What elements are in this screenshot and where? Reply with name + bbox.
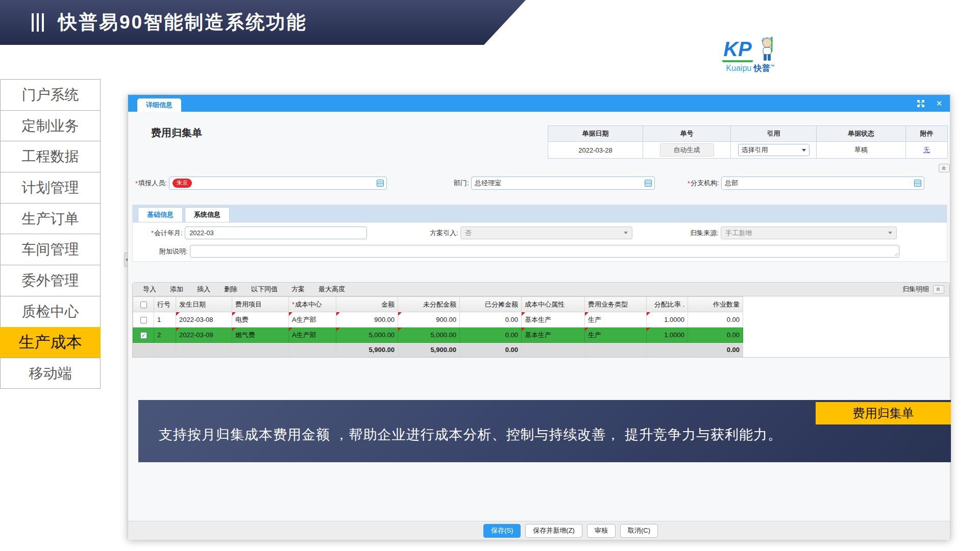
grid-panel-label: 归集明细 <box>902 285 929 294</box>
tab-detail-info[interactable]: 详细信息 <box>137 98 181 112</box>
branch-browse-icon[interactable] <box>914 180 921 187</box>
panel-tabstrip: 基础信息 系统信息 <box>133 205 947 222</box>
base-info-panel: 基础信息 系统信息 * 会计年月: 2022-03 方案引入: 否 归集来源: … <box>132 205 947 262</box>
plan-field-group: 方案引入: 否 <box>430 227 632 239</box>
period-field-group: * 会计年月: 2022-03 <box>151 227 367 239</box>
col-expense-item[interactable]: 费用项目 <box>232 297 289 312</box>
document-title: 费用归集单 <box>151 126 202 140</box>
department-label: 部门: <box>454 179 469 188</box>
tab-system-info[interactable]: 系统信息 <box>185 207 230 222</box>
sidebar-item-planning[interactable]: 计划管理 <box>0 172 101 203</box>
total-allocated: 0.00 <box>460 343 522 357</box>
note-label: 附加说明: <box>159 247 188 256</box>
toolbar-insert[interactable]: 插入 <box>197 285 210 294</box>
select-all-checkbox[interactable] <box>140 302 147 308</box>
toolbar-same-below[interactable]: 以下同值 <box>251 285 278 294</box>
document-status: 草稿 <box>817 142 906 159</box>
info-col-number: 单号 <box>643 126 731 142</box>
detail-grid-panel: 导入 添加 插入 删除 以下同值 方案 最大高度 归集明细 <box>132 282 950 358</box>
info-col-attachment: 附件 <box>906 126 948 142</box>
reporter-label: 填报人员: <box>138 179 167 188</box>
attachment-link[interactable]: 无 <box>923 146 930 154</box>
caption-badge: 费用归集单 <box>816 402 951 424</box>
cancel-button[interactable]: 取消(C) <box>620 524 658 538</box>
sidebar-menu: 门户系统 定制业务 工程数据 计划管理 生产订单 车间管理 委外管理 质检中心 … <box>0 79 101 389</box>
select-all-cell <box>133 297 154 312</box>
col-ratio[interactable]: 分配比率 . <box>647 297 688 312</box>
col-center-attr[interactable]: 成本中心属性 <box>522 297 585 312</box>
reporter-name-tag: 朱京 <box>173 179 192 187</box>
slide: 快普易90智能制造系统功能 KP Kuaipu 快普™ 门户系统 定制业务 工程… <box>0 0 980 551</box>
sidebar-item-workshop[interactable]: 车间管理 <box>0 234 101 265</box>
plan-select[interactable]: 否 <box>460 227 632 239</box>
reporter-input[interactable]: 朱京 <box>169 177 387 190</box>
caption-banner: 费用归集单 支持按月归集成本费用金额 ，帮助企业进行成本分析、控制与持续改善， … <box>138 400 951 462</box>
total-qty: 0.00 <box>688 343 743 357</box>
source-field-group: 归集来源: 手工新增 <box>690 227 897 239</box>
sidebar-item-mobile[interactable]: 移动端 <box>0 358 101 389</box>
row1-checkbox[interactable] <box>140 317 147 323</box>
mascot-icon <box>756 36 778 62</box>
kuaipu-logo: KP Kuaipu 快普™ <box>709 36 791 74</box>
sidebar-item-portal[interactable]: 门户系统 <box>0 79 101 110</box>
toolbar-import[interactable]: 导入 <box>143 285 156 294</box>
slide-header: 快普易90智能制造系统功能 <box>0 0 526 45</box>
col-cost-center[interactable]: *成本中心 <box>289 297 336 312</box>
col-row-no[interactable]: 行号 <box>154 297 176 312</box>
reporter-browse-icon[interactable] <box>377 180 384 187</box>
department-input[interactable]: 总经理室 <box>471 177 655 190</box>
grid-row-2-selected[interactable]: 2 2022-03-09 燃气费 A生产部 5,000.00 5,000.00 … <box>133 328 743 343</box>
col-allocated[interactable]: 已分摊金额 <box>460 297 522 312</box>
col-biz-type[interactable]: 费用业务类型 <box>585 297 647 312</box>
sidebar-item-engineering[interactable]: 工程数据 <box>0 141 101 172</box>
toolbar-add[interactable]: 添加 <box>170 285 183 294</box>
save-button[interactable]: 保存(S) <box>483 524 521 538</box>
department-browse-icon[interactable] <box>645 180 652 187</box>
toolbar-delete[interactable]: 删除 <box>224 285 237 294</box>
dialog-button-bar: 保存(S) 保存并新增(Z) 审核 取消(C) <box>128 521 950 540</box>
col-unallocated[interactable]: 未分配金额 <box>398 297 460 312</box>
logo-monogram: KP <box>722 39 753 62</box>
reporter-field-group: * 填报人员: 朱京 <box>135 177 387 190</box>
reference-cell: 选择引用 <box>731 142 817 159</box>
source-select[interactable]: 手工新增 <box>721 227 897 239</box>
total-unallocated: 5,900.00 <box>398 343 460 357</box>
plan-label: 方案引入: <box>430 229 458 238</box>
info-col-reference: 引用 <box>731 126 817 142</box>
period-input[interactable]: 2022-03 <box>185 227 367 239</box>
document-date[interactable]: 2022-03-28 <box>548 142 643 159</box>
document-number: 自动生成 <box>643 142 731 159</box>
col-amount[interactable]: 金额 <box>336 297 398 312</box>
dialog-titlebar: 详细信息 <box>128 95 950 112</box>
header-collapse-button[interactable] <box>939 164 950 172</box>
sidebar-item-outsourcing[interactable]: 委外管理 <box>0 265 101 296</box>
total-amount: 5,900.00 <box>336 343 398 357</box>
toolbar-max-height[interactable]: 最大高度 <box>318 285 345 294</box>
branch-input[interactable]: 总部 <box>721 177 924 190</box>
maximize-icon[interactable] <box>916 99 925 108</box>
col-qty[interactable]: 作业数量 <box>688 297 743 312</box>
col-date[interactable]: 发生日期 <box>176 297 232 312</box>
info-col-date: 单据日期 <box>548 126 643 142</box>
row2-checkbox[interactable] <box>140 332 147 339</box>
sidebar-item-quality[interactable]: 质检中心 <box>0 296 101 327</box>
grid-collapse-button[interactable] <box>933 285 944 294</box>
close-icon[interactable] <box>935 99 944 108</box>
triple-bars-icon <box>32 13 44 32</box>
toolbar-plan[interactable]: 方案 <box>291 285 305 294</box>
source-label: 归集来源: <box>690 229 719 238</box>
sidebar-item-production-order[interactable]: 生产订单 <box>0 203 101 234</box>
tab-base-info[interactable]: 基础信息 <box>138 207 183 222</box>
sidebar-item-production-cost[interactable]: 生产成本 <box>0 327 101 358</box>
info-col-status: 单据状态 <box>817 126 906 142</box>
save-and-new-button[interactable]: 保存并新增(Z) <box>525 524 582 538</box>
document-info-table: 单据日期 单号 引用 单据状态 附件 2022-03-28 自动生成 选择引用 … <box>548 126 948 159</box>
period-label: 会计年月: <box>154 229 183 238</box>
attachment-cell: 无 <box>906 142 948 159</box>
note-input[interactable] <box>190 245 899 258</box>
audit-button[interactable]: 审核 <box>587 524 616 538</box>
branch-field-group: * 分支机构: 总部 <box>688 177 924 190</box>
reference-select[interactable]: 选择引用 <box>738 144 810 156</box>
sidebar-item-custom[interactable]: 定制业务 <box>0 110 101 141</box>
grid-row-1[interactable]: 1 2022-03-08 电费 A生产部 900.00 900.00 0.00 … <box>133 312 743 328</box>
